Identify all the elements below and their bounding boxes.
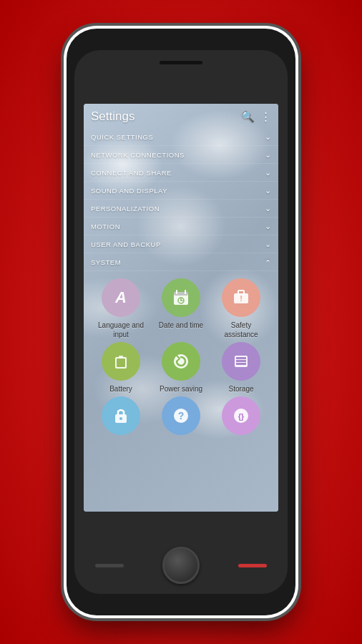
icons-row-3: ? {} — [88, 396, 274, 439]
language-item[interactable]: A Language andinput — [93, 278, 149, 339]
code-icon-circle: {} — [222, 396, 260, 435]
help-icon: ? — [171, 406, 191, 426]
svg-rect-12 — [117, 358, 125, 367]
svg-rect-9 — [238, 291, 244, 295]
quick-settings-chevron: ⌄ — [265, 132, 271, 142]
personalization-label: PERSONALIZATION — [91, 205, 160, 213]
help-icon-circle: ? — [162, 396, 200, 435]
menu-item-user-backup[interactable]: USER AND BACKUP ⌄ — [84, 235, 278, 253]
lock-icon-circle — [102, 396, 140, 435]
screen-content: Settings 🔍 ⋮ QUICK SETTINGS ⌄ NETWORK CO… — [84, 104, 278, 512]
storage-icon-circle — [222, 342, 260, 381]
language-icon-circle: A — [102, 278, 140, 317]
help-item[interactable]: ? — [153, 396, 209, 439]
safety-icon-circle: ! — [222, 278, 260, 317]
phone-home-button[interactable] — [162, 547, 200, 584]
phone-inner: Settings 🔍 ⋮ QUICK SETTINGS ⌄ NETWORK CO… — [74, 50, 288, 594]
menu-list: QUICK SETTINGS ⌄ NETWORK CONNECTIONS ⌄ C… — [84, 128, 278, 271]
datetime-label: Date and time — [159, 321, 203, 330]
powersave-label: Power saving — [160, 384, 202, 394]
menu-item-sound[interactable]: SOUND AND DISPLAY ⌄ — [84, 182, 278, 200]
svg-rect-15 — [236, 357, 246, 359]
datetime-icon — [172, 288, 190, 307]
svg-text:{}: {} — [238, 413, 244, 421]
network-chevron: ⌄ — [265, 150, 271, 160]
motion-label: MOTION — [91, 223, 120, 230]
search-icon[interactable]: 🔍 — [241, 110, 255, 123]
menu-item-system[interactable]: SYSTEM ⌄ — [84, 253, 278, 271]
svg-point-19 — [119, 417, 122, 420]
user-backup-chevron: ⌄ — [265, 240, 271, 249]
svg-rect-17 — [236, 363, 246, 365]
storage-icon — [231, 351, 251, 371]
phone-buttons-row — [95, 547, 267, 584]
menu-item-quick-settings[interactable]: QUICK SETTINGS ⌄ — [84, 128, 278, 146]
quick-settings-label: QUICK SETTINGS — [91, 133, 153, 141]
phone-screen: Settings 🔍 ⋮ QUICK SETTINGS ⌄ NETWORK CO… — [84, 104, 278, 512]
settings-header: Settings 🔍 ⋮ — [84, 104, 278, 128]
storage-label: Storage — [228, 384, 253, 394]
safety-label: Safetyassistance — [224, 321, 258, 339]
phone-red-btn[interactable] — [238, 564, 267, 567]
storage-item[interactable]: Storage — [213, 342, 269, 394]
svg-rect-11 — [119, 356, 123, 358]
language-icon: A — [115, 288, 127, 307]
battery-icon-circle — [102, 342, 140, 381]
phone-speaker — [160, 61, 202, 64]
phone-soft-btn-left[interactable] — [95, 564, 124, 567]
phone-top-bar — [74, 57, 288, 67]
menu-item-connect[interactable]: CONNECT AND SHARE ⌄ — [84, 164, 278, 182]
datetime-icon-circle — [162, 278, 200, 317]
powersave-icon-circle — [162, 342, 200, 381]
svg-text:?: ? — [178, 410, 185, 421]
settings-title: Settings — [91, 109, 134, 124]
icons-row-2: Battery Power saving — [88, 342, 274, 394]
menu-item-personalization[interactable]: PERSONALIZATION ⌄ — [84, 200, 278, 218]
lock-item[interactable] — [93, 396, 149, 439]
powersave-item[interactable]: Power saving — [153, 342, 209, 394]
lock-icon — [112, 406, 130, 426]
connect-chevron: ⌄ — [265, 168, 271, 177]
network-label: NETWORK CONNECTIONS — [91, 151, 185, 159]
personalization-chevron: ⌄ — [265, 204, 271, 213]
system-label: SYSTEM — [91, 258, 121, 266]
system-chevron: ⌄ — [265, 258, 271, 267]
icons-row-1: A Language andinput — [88, 278, 274, 339]
sound-chevron: ⌄ — [265, 186, 271, 195]
code-icon: {} — [231, 406, 251, 426]
safety-icon: ! — [231, 288, 251, 308]
connect-label: CONNECT AND SHARE — [91, 169, 172, 177]
more-icon[interactable]: ⋮ — [260, 110, 271, 123]
phone-bottom — [74, 547, 288, 587]
battery-label: Battery — [109, 384, 132, 394]
battery-item[interactable]: Battery — [93, 342, 149, 394]
sound-label: SOUND AND DISPLAY — [91, 187, 167, 195]
code-item[interactable]: {} — [213, 396, 269, 439]
motion-chevron: ⌄ — [265, 222, 271, 231]
powersave-icon — [171, 351, 191, 371]
header-icons: 🔍 ⋮ — [241, 110, 271, 123]
user-backup-label: USER AND BACKUP — [91, 240, 161, 248]
svg-rect-16 — [236, 360, 246, 362]
menu-item-network[interactable]: NETWORK CONNECTIONS ⌄ — [84, 146, 278, 164]
language-label: Language andinput — [98, 321, 144, 339]
safety-item[interactable]: ! Safetyassistance — [213, 278, 269, 339]
datetime-item[interactable]: Date and time — [153, 278, 209, 330]
system-icons-section: A Language andinput — [84, 271, 278, 441]
menu-item-motion[interactable]: MOTION ⌄ — [84, 218, 278, 235]
phone-frame: Settings 🔍 ⋮ QUICK SETTINGS ⌄ NETWORK CO… — [67, 29, 295, 615]
battery-icon — [112, 351, 130, 371]
